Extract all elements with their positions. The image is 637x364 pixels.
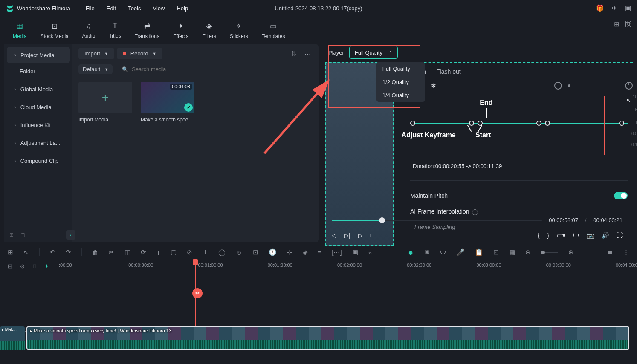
ai-icon[interactable]: ☻ [407, 249, 414, 256]
pin-icon[interactable]: ⊡ [253, 248, 258, 256]
quality-option-quarter[interactable]: 1/4 Quality [376, 89, 425, 102]
speed-icon[interactable]: ⟳ [141, 248, 146, 256]
list-view-icon[interactable]: ≣ [607, 248, 613, 256]
sidebar-global-media[interactable]: Global Media [7, 81, 70, 97]
freeze-icon[interactable]: ❄ [429, 81, 438, 90]
info-icon[interactable]: i [472, 209, 478, 215]
select-icon[interactable]: ↖ [23, 248, 29, 256]
menu-tools[interactable]: Tools [128, 5, 141, 12]
more-tools-icon[interactable]: » [368, 249, 372, 256]
remove-keyframe-button[interactable] [554, 82, 562, 90]
link-tracks-icon[interactable]: ⊘ [20, 263, 25, 269]
mask-icon[interactable]: ▢ [171, 248, 177, 256]
expand-icon[interactable]: ⊹ [287, 248, 292, 256]
mode-flash-out[interactable]: Flash out [436, 68, 461, 75]
sort-dropdown[interactable]: Default▼ [78, 64, 113, 74]
menu-view[interactable]: View [153, 5, 165, 12]
quality-option-half[interactable]: 1/2 Quality [376, 75, 425, 89]
more-icon[interactable]: ⋯ [302, 48, 313, 59]
sidebar-cloud-media[interactable]: Cloud Media [7, 99, 70, 115]
timeline-clip-0[interactable]: ▸ Mak... [0, 326, 25, 350]
sidebar-influence-kit[interactable]: Influence Kit [7, 117, 70, 133]
cut-icon[interactable]: ✂ [109, 248, 114, 256]
pip-icon[interactable]: ⊡ [493, 248, 499, 256]
tab-stickers[interactable]: ✧Stickers [230, 22, 248, 39]
ratio-button[interactable]: ▭▾ [557, 232, 565, 239]
save-icon[interactable]: ▣ [625, 4, 631, 12]
options-icon[interactable]: ⋮ [623, 248, 629, 256]
tab-media[interactable]: ▦Media [13, 22, 27, 39]
maintain-pitch-toggle[interactable] [614, 192, 628, 199]
fullscreen-button[interactable]: ⛶ [617, 232, 623, 239]
notes-icon[interactable]: 📋 [475, 248, 483, 256]
quality-option-full[interactable]: Full Quality [376, 62, 425, 75]
snapshot-button[interactable]: 📷 [587, 232, 594, 239]
adjust-icon[interactable]: ≡ [318, 249, 322, 256]
zoom-slider[interactable] [541, 252, 558, 253]
detach-icon[interactable]: ⊥ [203, 248, 208, 256]
send-icon[interactable]: ✈ [612, 4, 617, 12]
display-button[interactable]: 🖵 [573, 232, 579, 239]
folder-icon[interactable]: ▢ [20, 232, 25, 238]
scrub-track[interactable] [332, 220, 542, 221]
prev-frame-button[interactable]: ◁ [332, 232, 336, 239]
folder-add-icon[interactable]: ⊞ [9, 232, 14, 238]
import-dropdown[interactable]: Import▼ [78, 48, 114, 59]
cc-icon[interactable]: ▣ [352, 248, 358, 256]
gift-icon[interactable]: 🎁 [596, 4, 604, 12]
mark-out-button[interactable]: } [547, 232, 549, 239]
crop-icon[interactable]: ◫ [125, 248, 130, 256]
mark-in-button[interactable]: { [538, 232, 540, 239]
snap-icon[interactable]: ✦ [44, 263, 49, 269]
frame-icon[interactable]: ▦ [509, 248, 515, 256]
play-pause-button[interactable]: ▷| [344, 232, 350, 239]
magnet-icon[interactable]: ⊓ [32, 263, 37, 269]
text-icon[interactable]: T [156, 249, 160, 256]
undo-icon[interactable]: ↶ [50, 248, 55, 256]
link-icon[interactable]: ⊘ [187, 248, 192, 256]
menu-help[interactable]: Help [177, 5, 188, 12]
circle-icon[interactable]: ◯ [218, 248, 226, 256]
tab-filters[interactable]: ◈Filters [202, 22, 216, 39]
sidebar-adjustment-layer[interactable]: Adjustment La... [7, 135, 70, 151]
playhead[interactable]: ✂ [193, 259, 198, 265]
sidebar-compound-clip[interactable]: Compound Clip [7, 153, 70, 169]
stop-button[interactable]: □ [371, 232, 374, 239]
volume-button[interactable]: 🔊 [602, 232, 609, 239]
smile-icon[interactable]: ☺ [236, 249, 242, 256]
tag-icon[interactable]: ◈ [303, 248, 308, 256]
sidebar-folder[interactable]: Folder [4, 63, 72, 79]
bracket-icon[interactable]: [⋯] [332, 248, 342, 256]
add-keyframe-button[interactable] [625, 82, 633, 90]
tab-stock-media[interactable]: ⊡Stock Media [41, 22, 69, 39]
speed-graph[interactable]: End Adjust Keyframe Start 10x 5x 1x 0.5x… [410, 98, 628, 153]
tab-templates[interactable]: ▭Templates [262, 22, 285, 39]
import-media-card[interactable]: + Import Media [78, 82, 132, 123]
timeline-clip-1[interactable]: ▸ Make a smooth speed ramp every time! |… [26, 326, 629, 350]
delete-icon[interactable]: 🗑 [92, 249, 98, 256]
search-media-input[interactable] [132, 66, 310, 72]
color-icon[interactable]: ✺ [424, 248, 430, 256]
tab-transitions[interactable]: ⇄Transitions [135, 22, 159, 39]
clock-icon[interactable]: 🕐 [269, 248, 277, 256]
quality-dropdown[interactable]: Full Quality ⌃ [349, 46, 398, 59]
collapse-sidebar-button[interactable]: ‹ [66, 230, 75, 240]
sidebar-project-media[interactable]: Project Media [7, 47, 70, 63]
layout-image-icon[interactable]: 🖼 [625, 20, 631, 28]
media-clip-card[interactable]: 00:04:03 ✓ Make a smooth speed... [141, 82, 194, 123]
zoom-in-icon[interactable]: ⊕ [568, 248, 574, 256]
grid-icon[interactable]: ⊞ [8, 248, 13, 256]
redo-icon[interactable]: ↷ [66, 248, 71, 256]
menu-file[interactable]: File [86, 5, 95, 12]
layout-panels-icon[interactable]: ⊞ [614, 20, 620, 28]
tab-effects[interactable]: ✦Effects [173, 22, 188, 39]
timeline-ruler[interactable]: :00:00 00:00:30:00 00:01:00:00 00:01:30:… [59, 260, 629, 272]
tab-titles[interactable]: TTitles [109, 22, 121, 39]
mic-icon[interactable]: 🎤 [457, 248, 465, 256]
play-button[interactable]: ▷ [358, 232, 363, 239]
zoom-out-icon[interactable]: ⊖ [525, 248, 531, 256]
filter-icon[interactable]: ⇅ [288, 48, 299, 59]
menu-edit[interactable]: Edit [107, 5, 116, 12]
tab-audio[interactable]: ♫Audio [82, 22, 96, 39]
record-dropdown[interactable]: Record▼ [117, 48, 162, 59]
